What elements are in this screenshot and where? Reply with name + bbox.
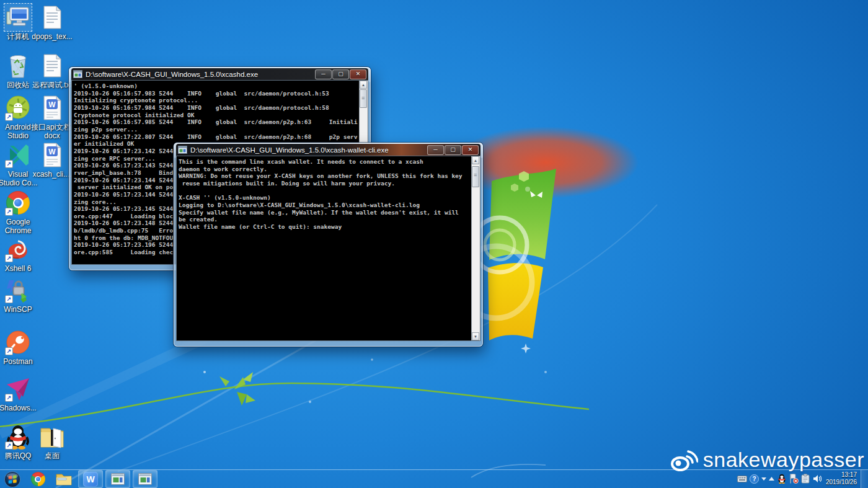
folder-icon: [38, 423, 66, 450]
window-title: D:\software\X-CASH_GUI_Windows_1.5.0\xca…: [190, 146, 389, 154]
recycle-bin-icon: [4, 52, 32, 79]
minimize-button[interactable]: ─: [315, 69, 332, 79]
close-button[interactable]: ✕: [462, 145, 479, 155]
icon-label: Xshell 6: [0, 264, 42, 273]
shortcut-arrow-icon: ↗: [5, 254, 13, 262]
clock-time: 13:17: [826, 471, 857, 479]
explorer-folder-icon: [56, 472, 72, 486]
chrome-icon: ↗: [4, 189, 32, 216]
desktop-icon-xshell[interactable]: ↗ Xshell 6: [0, 236, 42, 273]
tray-overflow-caret-icon[interactable]: [761, 473, 767, 484]
xshell-icon: ↗: [4, 236, 32, 263]
shortcut-arrow-icon: ↗: [5, 295, 13, 303]
computer-icon: [4, 4, 32, 31]
titlebar-wallet[interactable]: D:\software\X-CASH_GUI_Windows_1.5.0\xca…: [176, 144, 480, 156]
desktop-icon-winscp[interactable]: ↗ WinSCP: [0, 277, 42, 314]
scroll-down-icon[interactable]: ▼: [472, 332, 479, 340]
window-xcash-wallet-cli[interactable]: D:\software\X-CASH_GUI_Windows_1.5.0\xca…: [174, 143, 483, 347]
desktop-icon-google-chrome[interactable]: ↗ Google Chrome: [0, 189, 42, 235]
wps-icon: W: [83, 472, 98, 487]
svg-text:W: W: [48, 148, 56, 156]
shortcut-arrow-icon: ↗: [5, 347, 13, 355]
ime-keyboard-icon[interactable]: [737, 473, 748, 484]
scroll-thumb[interactable]: [360, 89, 367, 108]
scroll-up-icon[interactable]: ▲: [472, 156, 479, 164]
console-window-icon: [178, 146, 187, 154]
shortcut-arrow-icon: ↗: [5, 394, 13, 402]
icon-label: WinSCP: [0, 305, 42, 314]
qq-icon: ↗: [4, 423, 32, 450]
winscp-icon: ↗: [4, 277, 32, 304]
desktop-icon-postman[interactable]: ↗ Postman: [0, 329, 42, 366]
scroll-thumb[interactable]: [472, 166, 479, 187]
text-file-icon: [38, 52, 66, 79]
console-client-wallet[interactable]: This is the command line xcash wallet. I…: [176, 156, 480, 341]
minimize-button[interactable]: ─: [427, 145, 444, 155]
scroll-up-icon[interactable]: ▲: [360, 81, 367, 89]
weibo-logo-icon: [670, 449, 698, 471]
show-hidden-icons-button[interactable]: [768, 473, 776, 484]
icon-label: Shadows...: [0, 404, 42, 412]
svg-text:?: ?: [752, 476, 756, 482]
maximize-button[interactable]: ▢: [445, 145, 461, 155]
console-output: This is the command line xcash wallet. I…: [177, 156, 480, 231]
android-studio-icon: ↗: [4, 94, 32, 122]
postman-icon: ↗: [4, 329, 32, 356]
desktop-icon-desktop-folder[interactable]: 桌面: [29, 423, 76, 460]
action-center-flag-icon[interactable]: [789, 473, 799, 484]
show-desktop-button[interactable]: [861, 469, 868, 488]
volume-icon[interactable]: [812, 473, 823, 484]
help-tray-icon[interactable]: ?: [749, 473, 760, 484]
clipboard-tray-icon[interactable]: [800, 473, 811, 484]
taskbar-wps-button[interactable]: W: [78, 470, 103, 488]
taskbar-wallet-cli-button[interactable]: [133, 470, 157, 488]
svg-text:W: W: [48, 100, 56, 109]
icon-label: Postman: [0, 357, 42, 366]
visual-studio-icon: ↗: [4, 141, 32, 169]
clock-date: 2019/10/26: [826, 479, 857, 486]
console-window-icon: [138, 473, 152, 485]
shortcut-arrow-icon: ↗: [5, 441, 13, 450]
taskbar: W ?: [0, 469, 868, 488]
taskbar-xcashd-button[interactable]: [105, 470, 130, 488]
desktop-icon-shadowsocks[interactable]: ↗ Shadows...: [0, 375, 42, 412]
icon-label: 桌面: [29, 451, 76, 460]
console-window-icon: [111, 473, 125, 485]
scrollbar[interactable]: ▲ ▼: [471, 156, 480, 340]
window-title: D:\software\X-CASH_GUI_Windows_1.5.0\xca…: [86, 71, 258, 78]
icon-label: dpops_tex...: [29, 32, 76, 41]
taskbar-clock[interactable]: 13:17 2019/10/26: [826, 471, 857, 486]
start-button[interactable]: [2, 471, 23, 488]
desktop-icon-dpops-text[interactable]: dpops_tex...: [29, 4, 76, 41]
chrome-icon: [31, 472, 45, 486]
console-window-icon: [73, 70, 82, 78]
text-file-icon: [38, 4, 66, 31]
titlebar-xcashd[interactable]: D:\software\X-CASH_GUI_Windows_1.5.0\xca…: [71, 68, 368, 80]
taskbar-explorer-button[interactable]: [52, 471, 76, 487]
word-doc-icon: W: [38, 94, 66, 122]
shortcut-arrow-icon: ↗: [5, 208, 13, 216]
watermark-text: snakewaypasser: [703, 448, 864, 472]
close-button[interactable]: ✕: [350, 69, 366, 79]
qq-tray-icon[interactable]: [777, 473, 787, 484]
shortcut-arrow-icon: ↗: [5, 113, 13, 121]
taskbar-chrome-button[interactable]: [26, 471, 50, 487]
shadowsocks-icon: ↗: [4, 375, 32, 402]
shortcut-arrow-icon: ↗: [5, 160, 13, 168]
maximize-button[interactable]: ▢: [332, 69, 349, 79]
word-doc-icon: W: [38, 141, 66, 169]
watermark: snakewaypasser: [670, 448, 864, 472]
icon-label: Google Chrome: [0, 218, 42, 235]
